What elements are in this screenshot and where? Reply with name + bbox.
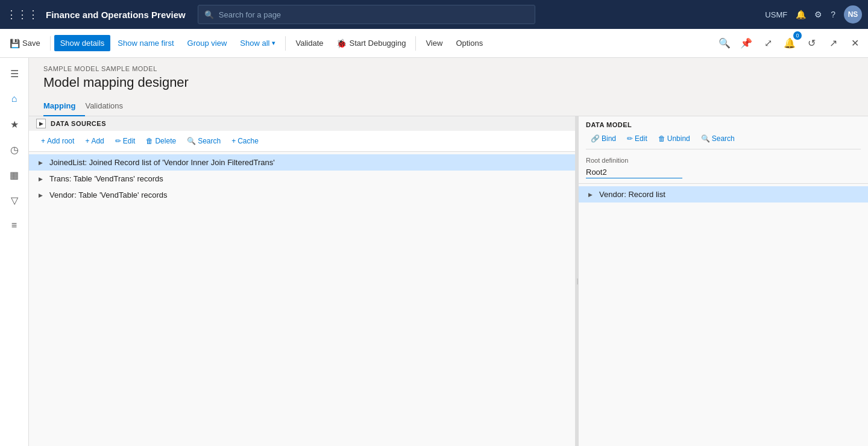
panel-expand-toggle[interactable]: ▶: [36, 119, 46, 128]
delete-button[interactable]: 🗑 Delete: [141, 134, 181, 148]
dm-tree-item-0[interactable]: ▶ Vendor: Record list: [579, 186, 868, 203]
data-model-title: DATA MODEL: [586, 121, 861, 128]
chevron-icon-0: ▶: [39, 160, 46, 166]
edit-icon: ✏: [115, 137, 121, 145]
add-root-button[interactable]: + Add root: [36, 134, 79, 148]
data-model-panel: DATA MODEL 🔗 Bind ✏ Edit 🗑 Unbind: [579, 116, 868, 446]
dm-edit-button[interactable]: ✏ Edit: [622, 132, 652, 145]
group-view-button[interactable]: Group view: [181, 35, 233, 51]
sidebar-item-filter[interactable]: ▽: [4, 189, 25, 211]
dm-chevron-icon-0: ▶: [588, 192, 596, 198]
company-label[interactable]: USMF: [765, 10, 787, 19]
help-icon[interactable]: ?: [831, 10, 835, 19]
save-button[interactable]: 💾 Save: [4, 35, 46, 52]
add-button[interactable]: + Add: [80, 134, 108, 148]
toolbar-right: 🔍 📌 ⤢ 🔔 0 ↺ ↗ ✕: [715, 34, 864, 53]
page-header: SAMPLE MODEL SAMPLE MODEL Model mapping …: [29, 58, 868, 96]
show-name-first-button[interactable]: Show name first: [112, 35, 180, 51]
sidebar-item-home[interactable]: ⌂: [4, 88, 25, 110]
search-button[interactable]: 🔍 Search: [182, 134, 225, 148]
save-icon: 💾: [10, 39, 20, 48]
tree-item-1[interactable]: ▶ Trans: Table 'VendTrans' records: [29, 171, 575, 187]
data-sources-title-row: ▶ DATA SOURCES: [29, 116, 575, 131]
data-sources-toolbar: + Add root + Add ✏ Edit 🗑 Delete: [29, 131, 575, 152]
view-button[interactable]: View: [420, 35, 448, 51]
debug-icon: 🐞: [336, 39, 347, 48]
data-model-header: DATA MODEL 🔗 Bind ✏ Edit 🗑 Unbind: [579, 116, 868, 152]
search-toolbar-button[interactable]: 🔍: [715, 34, 734, 53]
sidebar-item-modules[interactable]: ≡: [4, 215, 25, 236]
data-model-toolbar: 🔗 Bind ✏ Edit 🗑 Unbind 🔍: [586, 132, 861, 149]
tree-item-text-1: Trans: Table 'VendTrans' records: [49, 174, 568, 183]
bind-button[interactable]: 🔗 Bind: [586, 132, 621, 145]
show-all-button[interactable]: Show all: [234, 35, 281, 51]
chevron-icon-1: ▶: [39, 176, 46, 182]
root-definition-label: Root definition: [586, 157, 861, 164]
breadcrumb: SAMPLE MODEL SAMPLE MODEL: [43, 65, 854, 72]
tabs-bar: Mapping Validations: [29, 96, 868, 116]
pin-icon[interactable]: 📌: [737, 34, 756, 53]
edit-button[interactable]: ✏ Edit: [110, 134, 140, 148]
data-sources-title: DATA SOURCES: [51, 120, 106, 127]
notification-count: 0: [793, 31, 802, 40]
delete-icon: 🗑: [146, 137, 153, 145]
notification-bell-icon[interactable]: 🔔: [796, 10, 806, 19]
close-icon[interactable]: ✕: [845, 34, 864, 53]
dm-search-button[interactable]: 🔍 Search: [696, 132, 740, 145]
dm-edit-icon: ✏: [627, 134, 633, 143]
root-definition-input[interactable]: [586, 166, 682, 178]
designer-area: ▶ DATA SOURCES + Add root + Add ✏ E: [29, 116, 868, 446]
search-icon: 🔍: [204, 10, 214, 19]
add-root-icon: +: [41, 137, 45, 145]
global-search-bar[interactable]: 🔍 Search for a page: [198, 5, 535, 24]
sidebar-item-recent[interactable]: ◷: [4, 139, 25, 160]
root-definition-section: Root definition: [579, 152, 868, 184]
validate-button[interactable]: Validate: [289, 35, 329, 51]
cache-icon: +: [231, 137, 236, 145]
data-model-tree: ▶ Vendor: Record list: [579, 184, 868, 446]
main-toolbar: 💾 Save Show details Show name first Grou…: [0, 29, 868, 58]
start-debugging-button[interactable]: 🐞 Start Debugging: [330, 35, 412, 52]
left-sidebar: ☰ ⌂ ★ ◷ ▦ ▽ ≡: [0, 58, 29, 446]
tree-item-text-0: JoinedList: Joined Record list of 'Vendo…: [49, 158, 568, 167]
search-icon-ds: 🔍: [187, 137, 196, 145]
sidebar-item-favorites[interactable]: ★: [4, 113, 25, 135]
toolbar-divider-1: [50, 36, 51, 51]
refresh-icon[interactable]: ↺: [802, 34, 821, 53]
sidebar-item-hamburger[interactable]: ☰: [4, 63, 25, 84]
dm-search-icon: 🔍: [701, 134, 710, 143]
options-button[interactable]: Options: [450, 35, 489, 51]
chevron-icon-2: ▶: [39, 192, 46, 198]
unbind-button[interactable]: 🗑 Unbind: [653, 132, 695, 145]
tree-item-2[interactable]: ▶ Vendor: Table 'VendTable' records: [29, 187, 575, 203]
search-placeholder: Search for a page: [219, 10, 281, 19]
bind-icon: 🔗: [591, 134, 600, 143]
tab-validations[interactable]: Validations: [85, 96, 133, 116]
page-title: Model mapping designer: [43, 75, 854, 90]
notification-badge[interactable]: 🔔 0: [780, 34, 799, 53]
expand-icon[interactable]: ⤢: [758, 34, 778, 53]
show-details-button[interactable]: Show details: [54, 35, 111, 51]
content-area: SAMPLE MODEL SAMPLE MODEL Model mapping …: [29, 58, 868, 446]
add-icon: +: [85, 137, 89, 145]
cache-button[interactable]: + Cache: [227, 134, 263, 148]
tab-mapping[interactable]: Mapping: [43, 96, 85, 116]
main-layout: ☰ ⌂ ★ ◷ ▦ ▽ ≡ SAMPLE MODEL SAMPLE MODEL …: [0, 58, 868, 446]
settings-icon[interactable]: ⚙: [814, 10, 822, 19]
dm-tree-item-text-0: Vendor: Record list: [599, 190, 861, 199]
data-sources-panel: ▶ DATA SOURCES + Add root + Add ✏ E: [29, 116, 576, 446]
toolbar-divider-3: [415, 36, 416, 51]
app-title: Finance and Operations Preview: [46, 10, 186, 20]
top-nav-right: USMF 🔔 ⚙ ? NS: [765, 5, 862, 24]
popout-icon[interactable]: ↗: [823, 34, 843, 53]
toolbar-divider-2: [285, 36, 286, 51]
top-nav: ⋮⋮⋮ Finance and Operations Preview 🔍 Sea…: [0, 0, 868, 29]
tree-item-text-2: Vendor: Table 'VendTable' records: [49, 190, 568, 199]
data-sources-tree: ▶ JoinedList: Joined Record list of 'Ven…: [29, 152, 575, 446]
user-avatar[interactable]: NS: [844, 5, 862, 24]
unbind-icon: 🗑: [658, 134, 665, 143]
grid-icon[interactable]: ⋮⋮⋮: [6, 8, 39, 21]
tree-item-0[interactable]: ▶ JoinedList: Joined Record list of 'Ven…: [29, 154, 575, 171]
sidebar-item-workspaces[interactable]: ▦: [4, 164, 25, 186]
